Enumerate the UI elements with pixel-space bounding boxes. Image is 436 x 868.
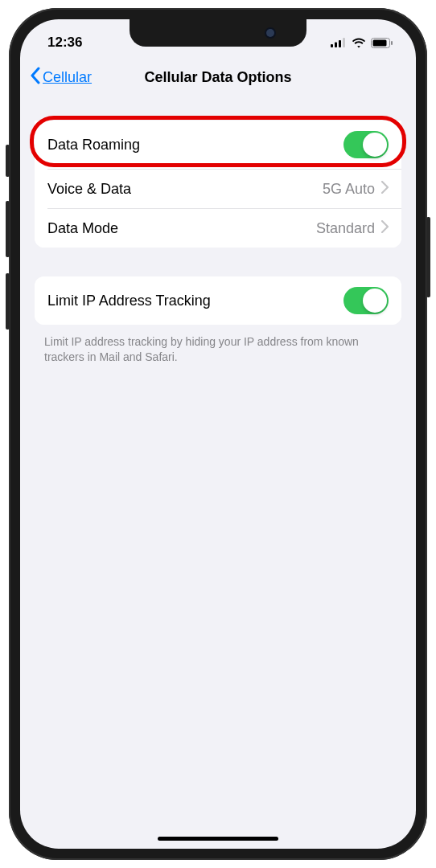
- back-button[interactable]: Cellular: [30, 67, 92, 88]
- chevron-right-icon: [381, 220, 389, 236]
- row-value: Standard: [316, 220, 375, 237]
- svg-rect-1: [335, 43, 337, 48]
- wifi-icon: [352, 38, 366, 48]
- svg-rect-6: [391, 41, 393, 45]
- toggle-knob: [363, 133, 387, 157]
- status-icons: [331, 38, 393, 48]
- volume-down-button: [6, 273, 10, 330]
- settings-group-2: Limit IP Address Tracking: [35, 276, 401, 325]
- row-limit-ip-tracking[interactable]: Limit IP Address Tracking: [35, 276, 401, 325]
- side-button: [426, 217, 430, 297]
- silence-switch: [6, 145, 10, 177]
- group-footer-text: Limit IP address tracking by hiding your…: [44, 334, 392, 365]
- row-label: Voice & Data: [47, 181, 323, 198]
- svg-rect-5: [373, 39, 387, 46]
- notch: [130, 19, 306, 47]
- settings-group-1: Data Roaming Voice & Data 5G Auto: [35, 121, 401, 248]
- screen: 12:36: [20, 19, 416, 849]
- toggle-data-roaming[interactable]: [343, 131, 389, 158]
- svg-rect-3: [343, 38, 345, 47]
- row-label: Limit IP Address Tracking: [47, 293, 343, 309]
- content: Data Roaming Voice & Data 5G Auto: [20, 96, 416, 365]
- row-voice-and-data[interactable]: Voice & Data 5G Auto: [35, 170, 401, 208]
- status-time: 12:36: [47, 35, 82, 51]
- row-data-roaming[interactable]: Data Roaming: [35, 121, 401, 169]
- svg-rect-0: [331, 44, 333, 47]
- cellular-signal-icon: [331, 38, 347, 47]
- back-label: Cellular: [43, 69, 92, 86]
- row-label: Data Roaming: [47, 137, 343, 154]
- row-value: 5G Auto: [323, 181, 375, 198]
- row-label: Data Mode: [47, 220, 316, 237]
- nav-bar: Cellular Cellular Data Options: [20, 58, 416, 96]
- toggle-knob: [363, 289, 387, 313]
- front-camera: [266, 29, 274, 37]
- row-data-mode[interactable]: Data Mode Standard: [35, 209, 401, 248]
- chevron-right-icon: [381, 181, 389, 197]
- toggle-limit-ip-tracking[interactable]: [343, 287, 389, 314]
- chevron-left-icon: [30, 67, 41, 88]
- battery-icon: [371, 38, 393, 48]
- svg-rect-2: [339, 40, 341, 47]
- home-indicator[interactable]: [158, 837, 278, 841]
- phone-frame: 12:36: [9, 8, 427, 860]
- volume-up-button: [6, 201, 10, 257]
